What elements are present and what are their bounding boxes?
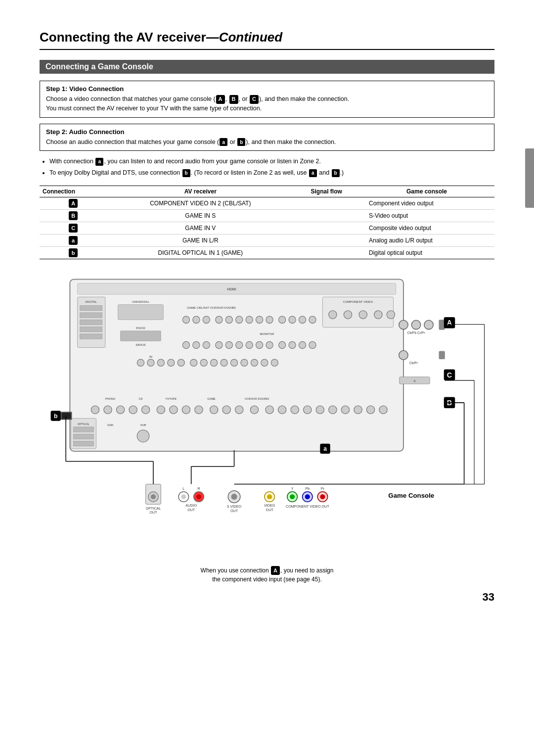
svg-point-82 [250, 406, 258, 414]
svg-text:GND: GND [107, 424, 113, 426]
svg-point-103 [424, 320, 433, 329]
svg-point-56 [190, 359, 197, 366]
svg-text:DIGITAL: DIGITAL [86, 300, 97, 303]
row-badge-C: C [69, 224, 78, 233]
page-number: 33 [483, 591, 494, 604]
svg-point-149 [320, 494, 325, 499]
svg-rect-16 [80, 334, 102, 339]
bullet-list: With connection a, you can listen to and… [49, 157, 494, 178]
svg-rect-12 [80, 305, 102, 310]
table-cell-console-C: Composite video output [359, 222, 494, 234]
step1-title: Step 1: Video Connection [46, 85, 488, 93]
table-row: C GAME IN V Composite video output [40, 222, 494, 234]
svg-point-27 [225, 316, 232, 323]
svg-text:VIDEO: VIDEO [264, 504, 275, 508]
table-cell-av-B: GAME IN S [107, 209, 294, 222]
svg-text:GAME: GAME [207, 397, 216, 400]
svg-text:R: R [197, 486, 200, 490]
bullet-item-2: To enjoy Dolby Digital and DTS, use conn… [49, 168, 494, 178]
svg-point-34 [299, 316, 306, 323]
svg-point-60 [230, 359, 237, 366]
svg-point-80 [222, 406, 230, 414]
svg-text:SIRIUS: SIRIUS [135, 343, 145, 346]
svg-point-41 [225, 341, 232, 348]
svg-point-91 [366, 406, 374, 414]
svg-point-45 [266, 341, 273, 348]
svg-point-23 [182, 316, 189, 323]
svg-point-53 [157, 359, 164, 366]
svg-text:a: a [323, 445, 327, 452]
table-header-connection: Connection [40, 186, 107, 197]
svg-text:HDMI: HDMI [227, 287, 236, 291]
svg-point-43 [246, 341, 253, 348]
step1-box: Step 1: Video Connection Choose a video … [40, 81, 494, 118]
diagram-svg: HDMI COMPONENT VIDEO DIGITAL UNIVERSAL [40, 269, 494, 563]
svg-point-81 [235, 406, 243, 414]
svg-point-125 [151, 494, 156, 499]
svg-point-62 [251, 359, 258, 366]
badge-a-step2: a [220, 138, 227, 146]
svg-point-141 [267, 494, 272, 499]
table-cell-signal-A [294, 197, 359, 209]
table-cell-av-a: GAME IN L/R [107, 234, 294, 246]
table-header-signal: Signal flow [294, 186, 359, 197]
table-cell-console-b: Digital optical output [359, 246, 494, 259]
svg-point-29 [246, 316, 253, 323]
svg-point-25 [203, 316, 210, 323]
table-cell-signal-a [294, 234, 359, 246]
svg-point-77 [182, 406, 190, 414]
svg-point-86 [304, 406, 312, 414]
svg-point-102 [411, 320, 420, 329]
page-title: Connecting the AV receiver—Continued [40, 30, 494, 50]
svg-point-71 [104, 406, 112, 414]
svg-point-48 [299, 341, 306, 348]
svg-point-90 [354, 406, 362, 414]
svg-point-85 [291, 406, 299, 414]
table-header-console: Game console [359, 186, 494, 197]
svg-point-35 [309, 316, 316, 323]
svg-point-31 [266, 316, 273, 323]
badge-A-caption: A [271, 566, 280, 575]
svg-rect-14 [80, 320, 102, 325]
svg-point-99 [137, 430, 149, 442]
svg-point-42 [236, 341, 243, 348]
svg-text:SUB: SUB [140, 424, 146, 426]
badge-b-bullet2b: b [332, 169, 340, 177]
svg-text:b: b [54, 412, 57, 419]
svg-text:OPTICAL: OPTICAL [78, 423, 89, 425]
svg-point-49 [309, 341, 316, 348]
badge-a-bullet2: a [309, 169, 317, 177]
svg-point-131 [196, 494, 201, 499]
svg-point-5 [329, 311, 337, 319]
svg-text:OPTICAL: OPTICAL [146, 506, 161, 510]
badge-C-step1: C [250, 95, 259, 104]
svg-point-52 [147, 359, 154, 366]
svg-point-64 [271, 359, 278, 366]
table-row: A COMPONENT VIDEO IN 2 (CBL/SAT) Compone… [40, 197, 494, 209]
svg-text:Cb/Pr: Cb/Pr [409, 361, 418, 365]
section-heading: Connecting a Game Console [40, 60, 494, 74]
svg-point-7 [359, 311, 367, 319]
svg-text:GAME   CBL/SAT    VCR/DVR    D: GAME CBL/SAT VCR/DVR DVD/BD [187, 305, 236, 309]
svg-point-33 [289, 316, 296, 323]
step1-text: Choose a video connection that matches y… [46, 94, 488, 113]
svg-rect-96 [73, 434, 93, 439]
svg-point-147 [305, 494, 310, 499]
svg-point-30 [256, 316, 263, 323]
svg-rect-18 [118, 304, 163, 320]
svg-point-46 [279, 341, 286, 348]
svg-text:S VIDEO: S VIDEO [227, 505, 241, 509]
svg-point-47 [289, 341, 296, 348]
svg-text:MONITOR: MONITOR [260, 332, 274, 335]
svg-text:COMPONENT VIDEO: COMPONENT VIDEO [343, 300, 373, 303]
svg-text:UNIVERSAL: UNIVERSAL [132, 300, 149, 303]
connection-table: Connection AV receiver Signal flow Game … [40, 186, 494, 259]
svg-text:L: L [182, 486, 184, 490]
badge-A-step1: A [216, 95, 225, 104]
step2-box: Step 2: Audio Connection Choose an audio… [40, 124, 494, 151]
badge-b-step2: b [237, 138, 245, 146]
svg-text:OUT: OUT [149, 510, 157, 514]
svg-point-58 [211, 359, 218, 366]
table-cell-console-A: Component video output [359, 197, 494, 209]
table-cell-signal-C [294, 222, 359, 234]
